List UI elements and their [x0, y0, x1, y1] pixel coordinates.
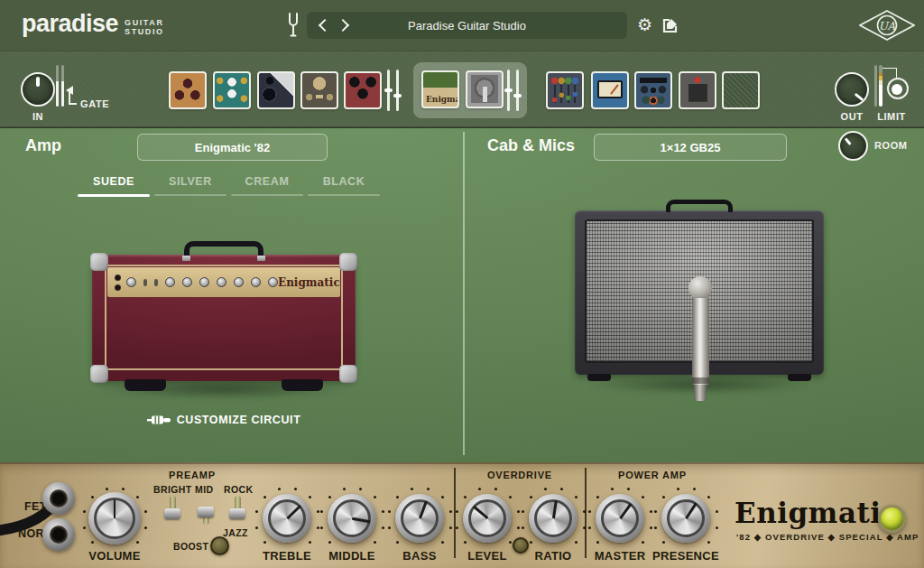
pedal-navy-icon[interactable]: [257, 71, 295, 109]
treble-knob[interactable]: [263, 494, 311, 543]
cab-image: [564, 199, 835, 424]
preamp-section-label: PREAMP: [143, 470, 242, 480]
presence-knob-group: PRESENCE: [645, 476, 726, 564]
preset-bar: Paradise Guitar Studio: [307, 12, 627, 39]
microphone[interactable]: [688, 276, 712, 408]
brand-wordmark: paradise: [22, 12, 118, 36]
customize-circuit-button[interactable]: CUSTOMIZE CIRCUIT: [88, 414, 359, 426]
input-meter: [56, 65, 64, 107]
nor-input-jack[interactable]: [42, 518, 75, 551]
tab-silver[interactable]: SILVER: [154, 175, 226, 197]
bright-switch[interactable]: [164, 497, 180, 527]
tab-suede[interactable]: SUEDE: [78, 175, 150, 197]
preset-title[interactable]: Paradise Guitar Studio: [307, 19, 627, 33]
amp-head-image: Enigmatic: [83, 235, 363, 397]
gate-label[interactable]: GATE: [80, 98, 109, 109]
room-knob[interactable]: [838, 131, 868, 161]
panel-divider: [463, 132, 465, 455]
amp-head-logo: Enigmatic: [278, 276, 340, 289]
rack-tape-echo-icon[interactable]: [679, 71, 716, 109]
pedal-gray-icon[interactable]: [300, 71, 338, 109]
amp-faceplate: FET NOR VOLUME PREAMP BRIGHT MID ROCK JA…: [0, 462, 924, 568]
volume-knob[interactable]: [88, 492, 141, 545]
volume-knob-group: VOLUME: [74, 476, 155, 564]
amp-handle: [184, 241, 263, 256]
faceplate-logo: Enigmatic: [735, 497, 899, 529]
rock-switch[interactable]: [229, 497, 245, 527]
amp-section-title: Amp: [25, 136, 61, 155]
limit-connector: [882, 68, 897, 78]
amp-model-dropdown[interactable]: Enigmatic '82: [137, 134, 328, 161]
room-label: ROOM: [874, 140, 908, 151]
cab-handle: [666, 200, 733, 212]
tab-cream[interactable]: CREAM: [231, 175, 303, 197]
pedal-red-icon[interactable]: [344, 71, 382, 109]
brand-subtitle: GUITAR STUDIO: [125, 11, 164, 37]
signal-chain-toolbar: IN GATE Enigmatic OUT LIMIT: [0, 51, 924, 127]
top-bar: paradise GUITAR STUDIO Paradise Guitar S…: [0, 0, 924, 51]
output-gain-knob[interactable]: [835, 72, 869, 107]
amp-control-strip: Enigmatic: [107, 267, 340, 297]
rack-processor-icon[interactable]: [634, 71, 672, 109]
rack-eq-icon[interactable]: [546, 71, 584, 109]
cab-slot-icon[interactable]: [466, 70, 504, 108]
output-meter: [874, 65, 882, 107]
bass-knob[interactable]: [395, 494, 444, 543]
master-knob[interactable]: [596, 494, 644, 543]
svg-text:UA: UA: [879, 20, 896, 33]
pedal-mix-fader-icon[interactable]: [387, 70, 399, 111]
mic-head: [688, 276, 712, 300]
amp-mix-fader-icon[interactable]: [507, 70, 519, 111]
boost-button[interactable]: [210, 536, 229, 555]
rack-vu-meter-icon[interactable]: [591, 71, 629, 109]
bright-label: BRIGHT: [153, 484, 192, 495]
jazz-label: JAZZ: [223, 527, 248, 538]
plugin-window: paradise GUITAR STUDIO Paradise Guitar S…: [0, 0, 924, 568]
limit-knob[interactable]: [887, 78, 909, 99]
level-knob[interactable]: [463, 494, 512, 543]
presence-knob[interactable]: [661, 494, 710, 543]
mid-label: MID: [195, 484, 213, 495]
gate-bracket: [69, 91, 77, 105]
cab-model-dropdown[interactable]: 1×12 GB25: [594, 134, 787, 161]
ratio-knob[interactable]: [529, 494, 578, 543]
output-knob-pointer: [855, 93, 864, 101]
cab-section-title: Cab & Mics: [487, 136, 575, 155]
input-knob-pointer: [36, 77, 39, 87]
input-label: IN: [21, 111, 55, 122]
faceplate-tagline: '82 ◆ OVERDRIVE ◆ SPECIAL ◆ AMP: [736, 532, 919, 542]
settings-gear-icon[interactable]: ⚙: [637, 15, 652, 35]
tuner-icon[interactable]: [287, 13, 300, 38]
edit-preset-icon[interactable]: [662, 17, 679, 33]
finish-tabs: SUEDE SILVER CREAM BLACK: [78, 175, 380, 197]
fet-input-jack[interactable]: [42, 482, 75, 515]
boost-label: BOOST: [173, 541, 208, 552]
room-knob-pointer: [845, 137, 852, 145]
power-jewel-light[interactable]: [878, 505, 906, 533]
brand-logo: paradise GUITAR STUDIO: [22, 11, 164, 37]
pedal-teal-icon[interactable]: [213, 71, 251, 109]
main-area: Amp Enigmatic '82 SUEDE SILVER CREAM BLA…: [0, 128, 924, 462]
output-label: OUT: [835, 111, 869, 122]
tab-black[interactable]: BLACK: [308, 175, 380, 197]
pedal-tan-icon[interactable]: [169, 71, 207, 109]
rack-empty-slot-icon[interactable]: [722, 71, 760, 109]
input-gain-knob[interactable]: [21, 72, 55, 107]
resistor-icon: [147, 414, 171, 425]
nor-input-label: NOR: [18, 527, 44, 540]
middle-knob[interactable]: [328, 494, 376, 543]
mid-switch[interactable]: [198, 495, 214, 526]
ua-logo[interactable]: UA: [859, 10, 915, 41]
limit-label: LIMIT: [869, 111, 914, 122]
amp-slot-icon[interactable]: Enigmatic: [421, 70, 459, 108]
amp-cab-group: Enigmatic: [413, 62, 527, 118]
